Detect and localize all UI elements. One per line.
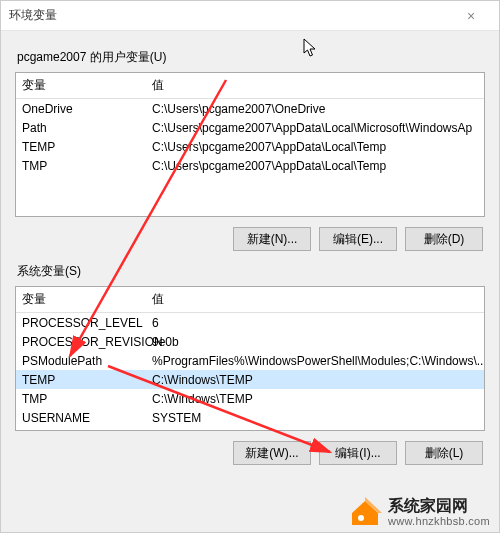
var-value: C:\Users\pcgame2007\AppData\Local\Temp — [146, 155, 484, 177]
house-icon — [348, 495, 382, 529]
system-new-button[interactable]: 新建(W)... — [233, 441, 311, 465]
system-vars-label: 系统变量(S) — [17, 263, 485, 280]
user-vars-list[interactable]: 变量 值 OneDriveC:\Users\pcgame2007\OneDriv… — [15, 72, 485, 217]
system-delete-button[interactable]: 删除(L) — [405, 441, 483, 465]
user-delete-button[interactable]: 删除(D) — [405, 227, 483, 251]
table-row[interactable]: TEMPC:\Users\pcgame2007\AppData\Local\Te… — [16, 137, 484, 156]
table-row[interactable]: TMPC:\Windows\TEMP — [16, 389, 484, 408]
close-icon[interactable]: × — [451, 8, 491, 24]
user-vars-label: pcgame2007 的用户变量(U) — [17, 49, 485, 66]
system-vars-list[interactable]: 变量 值 PROCESSOR_LEVEL6PROCESSOR_REVISION9… — [15, 286, 485, 431]
user-vars-buttons: 新建(N)... 编辑(E)... 删除(D) — [15, 217, 485, 257]
user-vars-header[interactable]: 变量 值 — [16, 73, 484, 99]
titlebar[interactable]: 环境变量 × — [1, 1, 499, 31]
table-row[interactable]: PROCESSOR_LEVEL6 — [16, 313, 484, 332]
table-row[interactable]: TMPC:\Users\pcgame2007\AppData\Local\Tem… — [16, 156, 484, 175]
column-header-value[interactable]: 值 — [146, 73, 484, 98]
column-header-name[interactable]: 变量 — [16, 287, 146, 312]
user-new-button[interactable]: 新建(N)... — [233, 227, 311, 251]
watermark-title: 系统家园网 — [388, 497, 490, 515]
system-edit-button[interactable]: 编辑(I)... — [319, 441, 397, 465]
system-vars-buttons: 新建(W)... 编辑(I)... 删除(L) — [15, 431, 485, 471]
table-row[interactable]: PathC:\Users\pcgame2007\AppData\Local\Mi… — [16, 118, 484, 137]
window-title: 环境变量 — [9, 7, 451, 24]
column-header-value[interactable]: 值 — [146, 287, 484, 312]
table-row[interactable]: PSModulePath%ProgramFiles%\WindowsPowerS… — [16, 351, 484, 370]
dialog-content: pcgame2007 的用户变量(U) 变量 值 OneDriveC:\User… — [1, 31, 499, 479]
svg-point-0 — [358, 515, 364, 521]
watermark-url: www.hnzkhbsb.com — [388, 515, 490, 527]
table-row[interactable]: PROCESSOR_REVISION9e0b — [16, 332, 484, 351]
user-edit-button[interactable]: 编辑(E)... — [319, 227, 397, 251]
system-vars-header[interactable]: 变量 值 — [16, 287, 484, 313]
column-header-name[interactable]: 变量 — [16, 73, 146, 98]
table-row[interactable]: TEMPC:\Windows\TEMP — [16, 370, 484, 389]
table-row[interactable]: USERNAMESYSTEM — [16, 408, 484, 427]
table-row[interactable]: OneDriveC:\Users\pcgame2007\OneDrive — [16, 99, 484, 118]
env-vars-dialog: 环境变量 × pcgame2007 的用户变量(U) 变量 值 OneDrive… — [0, 0, 500, 533]
watermark: 系统家园网 www.hnzkhbsb.com — [348, 495, 490, 529]
var-name: TMP — [16, 155, 146, 177]
